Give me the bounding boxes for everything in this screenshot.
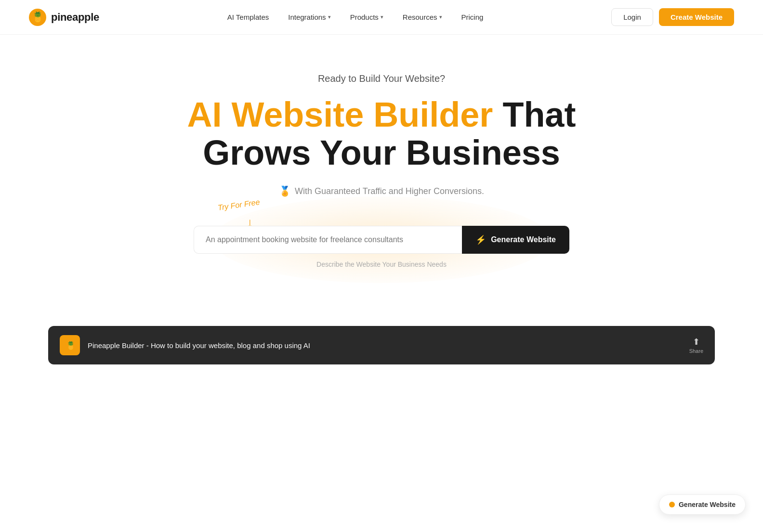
award-icon: 🏅: [279, 185, 291, 197]
logo[interactable]: 🍍 pineapple: [29, 9, 99, 26]
hero-title-orange: AI Website Builder: [187, 95, 493, 134]
video-left: 🍍 Pineapple Builder - How to build your …: [60, 335, 310, 355]
hero-tagline: 🏅 With Guaranteed Traffic and Higher Con…: [279, 185, 484, 197]
website-description-input[interactable]: [194, 226, 462, 254]
hero-title: AI Website Builder ThatGrows Your Busine…: [187, 96, 576, 172]
floating-generate-button[interactable]: Generate Website: [659, 494, 746, 515]
create-website-button[interactable]: Create Website: [659, 8, 734, 26]
share-label: Share: [689, 348, 703, 354]
resources-chevron-icon: ▾: [439, 14, 442, 20]
integrations-chevron-icon: ▾: [328, 14, 331, 20]
input-row: ⚡ Generate Website: [194, 226, 569, 254]
video-title: Pineapple Builder - How to build your we…: [88, 341, 310, 350]
input-section: Try For Free ↓ ⚡ Generate Website Descri…: [189, 226, 574, 268]
input-hint: Describe the Website Your Business Needs: [316, 260, 447, 268]
products-chevron-icon: ▾: [381, 14, 383, 20]
navbar: 🍍 pineapple AI Templates Integrations ▾ …: [0, 0, 763, 35]
pineapple-logo-icon: 🍍: [29, 9, 46, 26]
svg-text:🍍: 🍍: [66, 341, 75, 350]
logo-text: pineapple: [51, 11, 99, 24]
hero-subtitle: Ready to Build Your Website?: [318, 73, 445, 84]
video-thumbnail-icon: 🍍: [60, 335, 80, 355]
login-button[interactable]: Login: [611, 8, 653, 26]
nav-actions: Login Create Website: [611, 8, 734, 26]
svg-text:🍍: 🍍: [32, 11, 44, 23]
nav-links: AI Templates Integrations ▾ Products ▾ R…: [220, 9, 491, 25]
pineapple-video-icon: 🍍: [65, 340, 75, 350]
video-share-button[interactable]: ⬆ Share: [689, 337, 703, 354]
floating-generate-label: Generate Website: [679, 501, 736, 508]
generate-website-button[interactable]: ⚡ Generate Website: [462, 226, 569, 254]
nav-item-resources[interactable]: Resources ▾: [395, 9, 450, 25]
nav-item-pricing[interactable]: Pricing: [454, 9, 491, 25]
bolt-icon: ⚡: [475, 234, 486, 245]
nav-item-ai-templates[interactable]: AI Templates: [220, 9, 276, 25]
floating-dot-icon: [669, 502, 675, 507]
tagline-text: With Guaranteed Traffic and Higher Conve…: [295, 186, 484, 196]
hero-section: Ready to Build Your Website? AI Website …: [0, 35, 763, 287]
share-icon: ⬆: [693, 337, 700, 347]
video-section: 🍍 Pineapple Builder - How to build your …: [48, 326, 715, 364]
input-glow-wrapper: ⚡ Generate Website: [189, 226, 574, 254]
nav-item-integrations[interactable]: Integrations ▾: [280, 9, 338, 25]
try-for-free-label: Try For Free: [217, 198, 260, 212]
nav-item-products[interactable]: Products ▾: [342, 9, 391, 25]
